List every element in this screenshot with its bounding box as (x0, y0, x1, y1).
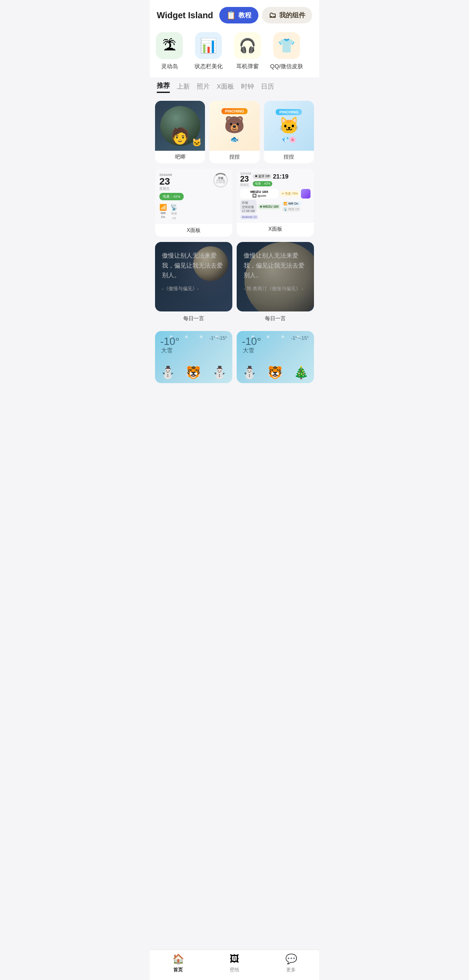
app-logo: Widget Island (157, 10, 213, 20)
qq-skin-icon: 👕 (273, 32, 300, 59)
category-earphone[interactable]: 🎧 耳机弹窗 (228, 32, 267, 70)
quote-label-left: 每日一言 (155, 311, 232, 326)
mywidget-icon: 🗂 (269, 11, 277, 20)
widget-label-anime: 吧唧 (155, 151, 205, 163)
header-tab-group: 📋 教程 🗂 我的组件 (219, 7, 312, 23)
quote-card-right[interactable]: 傲慢让别人无法来爱我，偏见让我无法去爱别人。 - 简·奥斯汀《傲慢与偏见》 - … (237, 242, 314, 326)
snowmen-left: ⛄🐯⛄ (155, 347, 232, 383)
wifi-toggle[interactable]: 📶 Wifi On (159, 204, 167, 220)
xpanel-row: 2024/08 23 星期五 存储 空闲容量 17.09 GB 电量：42% (155, 169, 314, 237)
statusbar-icon: 📊 (195, 32, 222, 59)
tutorial-icon: 📋 (226, 10, 236, 20)
category-qq-skin[interactable]: 👕 QQ/微信皮肤 (267, 32, 306, 70)
category-row: 🏝 灵动岛 📊 状态栏美化 🎧 耳机弹窗 👕 QQ/微信皮肤 (150, 27, 319, 77)
tab-mywidget[interactable]: 🗂 我的组件 (262, 7, 312, 23)
category-dynamic-island[interactable]: 🏝 灵动岛 (150, 32, 189, 70)
quote-label-right: 每日一言 (237, 311, 314, 326)
weather-card-right[interactable]: ❄❄❄❄ -10° -1°~-15° 大雪 ⛄🐯🎄 (237, 331, 314, 383)
widget-label-bear: 捏捏 (209, 151, 259, 163)
weather-temp-left: -10° (160, 335, 179, 348)
category-label-earphone: 耳机弹窗 (236, 63, 259, 70)
xpanel-card-left[interactable]: 2024/08 23 星期五 存储 空闲容量 17.09 GB 电量：42% (155, 169, 232, 237)
tab-mywidget-label: 我的组件 (279, 11, 305, 20)
filter-tab-xpanel[interactable]: X面板 (217, 83, 234, 93)
widget-label-bluecat: 捏捏 (264, 151, 314, 163)
category-statusbar[interactable]: 📊 状态栏美化 (189, 32, 228, 70)
xpanel-right-label: X面板 (237, 223, 314, 235)
widget-row-1: 🧑 🐱 吧唧 PINCHING 🐻 🐟 捏捏 PINCHI (155, 101, 314, 163)
weather-range-right: -1°~-15° (291, 335, 309, 341)
xpanel-card-right[interactable]: 2024/08 23 星期五 ✖ 蓝牙 Off 21:19 电量：42% (237, 169, 314, 237)
quote-row: 傲慢让别人无法来爱我，偏见让我无法去爱别人。 -《傲慢与偏见》- 每日一言 傲慢… (155, 242, 314, 326)
widget-card-bluecat[interactable]: PINCHING 🐱 💎🌸 捏捏 (264, 101, 314, 163)
widget-card-bear[interactable]: PINCHING 🐻 🐟 捏捏 (209, 101, 259, 163)
earphone-icon: 🎧 (234, 32, 261, 59)
weather-card-left[interactable]: ❄❄❄❄ -10° -1°~-15° 大雪 ⛄🐯⛄ (155, 331, 232, 383)
filter-tab-recommend[interactable]: 推荐 (157, 82, 170, 93)
filter-tab-calendar[interactable]: 日历 (261, 83, 274, 93)
tab-tutorial[interactable]: 📋 教程 (219, 7, 258, 23)
xpanel-left-label: X面板 (155, 224, 232, 237)
weather-row: ❄❄❄❄ -10° -1°~-15° 大雪 ⛄🐯⛄ ❄❄❄❄ -10° -1°~… (155, 331, 314, 383)
quote-card-left[interactable]: 傲慢让别人无法来爱我，偏见让我无法去爱别人。 -《傲慢与偏见》- 每日一言 (155, 242, 232, 326)
filter-tab-bar: 推荐 上新 照片 X面板 时钟 日历 (150, 77, 319, 97)
header: Widget Island 📋 教程 🗂 我的组件 (150, 0, 319, 27)
weather-range-left: -1°~-15° (209, 335, 227, 341)
category-label-qq: QQ/微信皮肤 (270, 63, 303, 70)
quote-text-left: 傲慢让别人无法来爱我，偏见让我无法去爱别人。 (162, 251, 225, 280)
snowmen-right: ⛄🐯🎄 (237, 347, 314, 383)
quote-author-right: - 简·奥斯汀《傲慢与偏见》 - (244, 285, 307, 292)
quote-text-right: 傲慢让别人无法来爱我，偏见让我无法去爱别人。 (244, 251, 307, 280)
dynamic-island-icon: 🏝 (156, 32, 183, 59)
tab-tutorial-label: 教程 (238, 11, 251, 20)
category-label-statusbar: 状态栏美化 (195, 63, 223, 70)
widget-card-anime[interactable]: 🧑 🐱 吧唧 (155, 101, 205, 163)
category-label-dynamic: 灵动岛 (161, 63, 178, 70)
filter-tab-clock[interactable]: 时钟 (241, 83, 254, 93)
cell-toggle[interactable]: 📡 蜂窝 Off (170, 204, 178, 220)
content-section: 🧑 🐱 吧唧 PINCHING 🐻 🐟 捏捏 PINCHI (150, 97, 319, 392)
weather-temp-right: -10° (242, 335, 261, 348)
quote-author-left: -《傲慢与偏见》- (162, 285, 225, 292)
filter-tab-new[interactable]: 上新 (177, 83, 190, 93)
filter-tab-photo[interactable]: 照片 (197, 83, 210, 93)
